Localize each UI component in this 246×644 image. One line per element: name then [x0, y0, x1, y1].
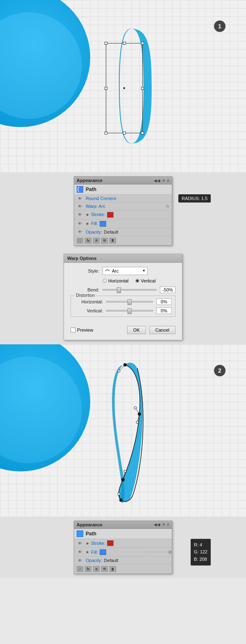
fill-color-swatch-2[interactable] [100, 549, 106, 555]
bend-label: Bend: [71, 287, 99, 292]
panel-controls-1[interactable]: ◀◀ ✕ ≡ [154, 178, 169, 183]
fill-label-2[interactable]: Fill: [91, 550, 98, 555]
panel-row-fill-2: 👁 ▶ Fill: R: 4 G: 122 B: 208 [74, 548, 172, 557]
delete-icon[interactable]: 🗑 [109, 238, 116, 243]
opacity-label-1[interactable]: Opacity: [86, 230, 102, 234]
svg-point-6 [134, 407, 137, 409]
fill-expand-btn-2[interactable]: ▶ [86, 550, 90, 554]
tooltip-radius: RADIUS: 1.5 [178, 194, 211, 203]
opacity-label-2[interactable]: Opacity: [86, 558, 102, 563]
panel-close-icon[interactable]: ✕ [162, 178, 165, 183]
horizontal-dist-row: Horizontal: [74, 298, 172, 305]
stroke-label-1[interactable]: Stroke: [91, 212, 105, 217]
handle-mr[interactable] [141, 87, 144, 90]
panel-close-icon-2[interactable]: ✕ [162, 522, 165, 527]
visibility-icon-stroke-1[interactable]: 👁 [77, 212, 83, 217]
visibility-icon-opacity-2[interactable]: 👁 [77, 558, 83, 563]
distortion-label: Distortion [74, 293, 96, 298]
vertical-dist-label: Vertical: [74, 308, 103, 313]
duplicate-icon[interactable]: ⧉ [101, 238, 108, 243]
visibility-icon-fill-2[interactable]: 👁 [77, 550, 83, 555]
panel-row-stroke-2: 👁 ▶ Stroke: [74, 539, 172, 548]
horiz-dist-slider-thumb[interactable] [128, 299, 132, 305]
panel-title-1: Appearance [77, 178, 102, 183]
panel-controls-2[interactable]: ◀◀ ✕ ≡ [154, 522, 169, 527]
step-badge-1: 1 [214, 20, 226, 32]
handle-bl[interactable] [105, 132, 107, 134]
no-fill-icon[interactable]: ⊘ [93, 238, 100, 243]
warp-style-value: Arc [112, 269, 119, 273]
bend-slider-track[interactable] [102, 289, 157, 291]
duplicate-icon-2[interactable]: ⧉ [101, 566, 108, 572]
panel-menu-icon-2[interactable]: ≡ [167, 522, 169, 527]
handle-tl[interactable] [105, 42, 107, 45]
horiz-dist-value-input[interactable] [156, 298, 172, 305]
visibility-icon-round-corners[interactable]: 👁 [77, 196, 83, 201]
handle-tr[interactable] [141, 42, 144, 45]
panel-header-row-2: Path [74, 529, 172, 539]
preview-checkbox[interactable] [71, 328, 75, 332]
panel-row-fill-1: 👁 ▶ Fill: [74, 219, 172, 228]
visibility-icon-stroke-2[interactable]: 👁 [77, 541, 83, 546]
fill-expand-btn-1[interactable]: ▶ [86, 221, 90, 225]
warp-bend-row: Bend: [71, 287, 175, 293]
handle-ml[interactable] [105, 87, 107, 90]
vert-dist-slider-thumb[interactable] [128, 308, 132, 314]
panel-collapse-icon[interactable]: ◀◀ [154, 178, 160, 183]
panel-row-opacity-2: 👁 Opacity: Default [74, 557, 172, 564]
horizontal-radio[interactable] [102, 279, 107, 283]
stroke-label-2[interactable]: Stroke: [91, 541, 105, 546]
warp-body: Style: Arc ▼ Horizontal Vertical [64, 263, 182, 324]
vertical-radio-label[interactable]: Vertical [135, 278, 156, 283]
horizontal-dist-label: Horizontal: [74, 299, 103, 304]
handle-tm[interactable] [123, 42, 126, 45]
vert-dist-slider-track[interactable] [106, 310, 153, 312]
step-badge-2: 2 [214, 365, 226, 376]
handle-br[interactable] [141, 132, 144, 134]
appearance-panel-section-2: Appearance ◀◀ ✕ ≡ Path 👁 ▶ Stroke: 👁 ▶ [0, 517, 246, 578]
no-fill-icon-2[interactable]: ⊘ [93, 566, 100, 572]
round-corners-label[interactable]: Round Corners [86, 196, 116, 201]
warp-arc-label[interactable]: Warp: Arc [86, 204, 105, 209]
opacity-value-2: Default [104, 558, 118, 563]
cancel-button[interactable]: Cancel [149, 326, 175, 334]
warp-orientation-group: Horizontal Vertical [102, 278, 175, 283]
delete-icon-2[interactable]: 🗑 [109, 566, 116, 572]
selection-box [106, 43, 143, 133]
arc-style-icon [105, 268, 110, 274]
connector-line [146, 552, 169, 552]
panel-titlebar-1: Appearance ◀◀ ✕ ≡ [74, 177, 172, 184]
handle-bm[interactable] [123, 132, 126, 134]
fill-color-swatch-1[interactable] [100, 221, 106, 227]
new-layer-icon[interactable]: □ [77, 238, 83, 243]
stroke-expand-btn-1[interactable]: ▶ [86, 212, 90, 216]
bend-value-input[interactable] [160, 287, 175, 293]
new-layer-icon-2[interactable]: □ [77, 566, 83, 572]
warp-panel: Warp Options Style: Arc ▼ Horizontal [64, 254, 182, 340]
panel-titlebar-2: Appearance ◀◀ ✕ ≡ [74, 521, 172, 529]
svg-point-8 [124, 470, 126, 473]
svg-point-7 [136, 421, 139, 423]
canvas-section-1: 1 [0, 0, 246, 172]
visibility-icon-fill-1[interactable]: 👁 [77, 221, 83, 226]
fx-footer-icon-2[interactable]: fx [85, 566, 91, 572]
panel-collapse-icon-2[interactable]: ◀◀ [154, 522, 160, 527]
vert-dist-value-input[interactable] [156, 307, 172, 314]
stroke-color-swatch-2[interactable] [107, 540, 114, 546]
ok-button[interactable]: OK [127, 326, 146, 334]
panel-menu-icon[interactable]: ≡ [167, 178, 169, 183]
warp-options-section: Warp Options Style: Arc ▼ Horizontal [0, 250, 246, 344]
fx-footer-icon[interactable]: fx [85, 238, 91, 243]
bend-slider-thumb[interactable] [117, 287, 121, 293]
horizontal-radio-label[interactable]: Horizontal [102, 278, 129, 283]
stroke-color-swatch-1[interactable] [107, 212, 114, 218]
visibility-icon-warp[interactable]: 👁 [77, 204, 83, 209]
panel-path-label-2: Path [86, 531, 96, 537]
stroke-expand-btn-2[interactable]: ▶ [86, 541, 90, 545]
vertical-radio[interactable] [135, 279, 139, 283]
visibility-icon-opacity-1[interactable]: 👁 [77, 230, 83, 234]
warp-style-dropdown[interactable]: Arc ▼ [102, 267, 148, 275]
warped-shape-container [98, 357, 152, 504]
fill-label-1[interactable]: Fill: [91, 221, 98, 226]
horiz-dist-slider-track[interactable] [106, 301, 153, 303]
